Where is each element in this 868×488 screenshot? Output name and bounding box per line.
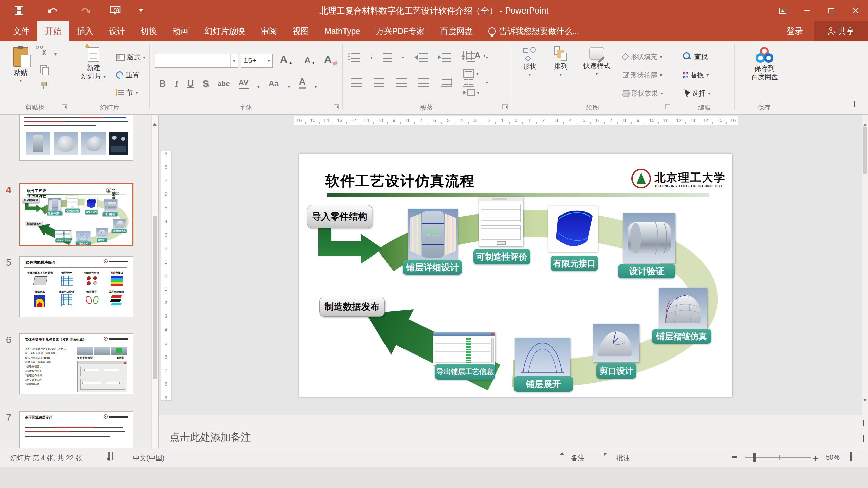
- tab-mathtype[interactable]: MathType: [317, 21, 368, 41]
- flow-step-1[interactable]: 铺层详细设计: [403, 260, 462, 275]
- layout-button[interactable]: 版式▾: [116, 51, 145, 64]
- tab-insert[interactable]: 插入: [69, 21, 101, 41]
- design-verification-image[interactable]: [104, 199, 118, 212]
- line-spacing-dropdown[interactable]: ▾: [486, 55, 488, 59]
- replace-button[interactable]: abac替换▾: [683, 68, 709, 81]
- flow-end-box[interactable]: 制造数据发布: [25, 221, 42, 226]
- justify-button[interactable]: [418, 78, 429, 87]
- tab-home[interactable]: 开始: [37, 21, 69, 41]
- paste-button[interactable]: 粘贴 ▾: [5, 47, 36, 82]
- maximize-button[interactable]: [819, 0, 844, 21]
- next-slide-button[interactable]: [863, 435, 864, 441]
- thumbnail-slide-7-partial[interactable]: 基于区域铺层设计: [19, 411, 133, 448]
- vertical-ruler[interactable]: 9876543210123456789: [161, 151, 172, 401]
- flow-step-1[interactable]: 铺层详细设计: [47, 211, 62, 215]
- wrinkle-simulation-image[interactable]: [113, 219, 126, 229]
- close-button[interactable]: [844, 0, 868, 21]
- flow-step-4[interactable]: 设计验证: [618, 264, 675, 278]
- horizontal-ruler[interactable]: 1615141312111098765432101234567891011121…: [294, 116, 738, 125]
- align-text-button[interactable]: ▾: [463, 67, 479, 80]
- columns-dropdown[interactable]: ▾: [486, 80, 488, 84]
- font-size-combo[interactable]: 15+▾: [241, 54, 273, 68]
- scrollbar-thumb[interactable]: [153, 216, 157, 379]
- zoom-level[interactable]: 50%: [826, 453, 840, 461]
- tab-file[interactable]: 文件: [5, 21, 37, 41]
- flow-step-5[interactable]: 铺层褶皱仿真: [112, 229, 127, 233]
- tab-view[interactable]: 视图: [285, 21, 317, 41]
- arrange-button[interactable]: 排列 ▾: [547, 46, 575, 76]
- font-dialog-launcher[interactable]: [334, 104, 339, 109]
- font-color-button[interactable]: A: [299, 77, 305, 89]
- flow-end-box[interactable]: 制造数据发布: [319, 297, 385, 317]
- previous-slide-button[interactable]: [863, 420, 864, 426]
- quick-styles-button[interactable]: 快速样式 ▾: [577, 47, 616, 76]
- flow-step-3[interactable]: 有限元接口: [85, 210, 98, 214]
- tell-me-box[interactable]: 告诉我您想要做什么...: [480, 21, 587, 41]
- flow-step-2[interactable]: 可制造性评价: [65, 209, 80, 213]
- drawing-dialog-launcher[interactable]: [665, 104, 670, 109]
- bullets-button[interactable]: [351, 53, 360, 62]
- wrinkle-simulation-image[interactable]: [659, 288, 707, 329]
- ribbon-display-options-button[interactable]: [770, 0, 795, 21]
- minimize-button[interactable]: [795, 0, 819, 21]
- increase-indent-button[interactable]: [438, 53, 451, 62]
- flow-step-8[interactable]: 导出铺层工艺信息: [55, 238, 71, 242]
- scroll-up-arrow[interactable]: [863, 118, 867, 124]
- spellcheck-button[interactable]: [108, 452, 110, 460]
- tab-pdf-expert[interactable]: 万兴PDF专家: [368, 21, 432, 41]
- clear-formatting-button[interactable]: A: [324, 54, 337, 65]
- thumbnail-slide-4[interactable]: 软件工艺设计仿真流程 北京理工大学 BEIJING INSTITUTE OF T…: [19, 183, 133, 246]
- shape-effects-button[interactable]: 形状效果▾: [623, 87, 663, 100]
- ply-design-image[interactable]: [408, 209, 458, 260]
- paragraph-dialog-launcher[interactable]: [502, 104, 508, 109]
- thumbnail-slide-6[interactable]: 实体创建基本几何要素（模具型面生成） 基本几何要素包括：贴模面、边界几 何、坐标…: [19, 333, 133, 394]
- scrollbar-thumb[interactable]: [863, 127, 867, 174]
- share-button[interactable]: + 共享: [814, 21, 868, 41]
- start-slideshow-button[interactable]: [106, 0, 125, 21]
- notes-placeholder[interactable]: 点击此处添加备注: [170, 430, 251, 444]
- align-left-button[interactable]: [351, 78, 362, 87]
- language-indicator[interactable]: 中文(中国): [133, 453, 164, 463]
- align-center-button[interactable]: [374, 78, 384, 87]
- cut-design-image[interactable]: [593, 324, 639, 362]
- slide-canvas[interactable]: 软件工艺设计仿真流程 北京理工大学 BEIJING INSTITUTE OF T…: [299, 154, 732, 397]
- sign-in-button[interactable]: 登录: [787, 21, 803, 41]
- scroll-down-arrow[interactable]: [863, 401, 867, 407]
- thumbnail-slide-3-partial[interactable]: [19, 115, 133, 161]
- underline-button[interactable]: U: [187, 79, 194, 89]
- undo-button[interactable]: [43, 0, 62, 21]
- tab-baidu-pan[interactable]: 百度网盘: [432, 21, 480, 41]
- editor-scrollbar[interactable]: [862, 115, 868, 448]
- paste-dropdown[interactable]: ▾: [19, 78, 22, 82]
- numbering-dropdown[interactable]: ▾: [402, 55, 404, 59]
- font-name-combo[interactable]: ▾: [155, 54, 238, 68]
- zoom-in-button[interactable]: +: [813, 453, 818, 464]
- ply-design-image[interactable]: [48, 198, 61, 211]
- shape-outline-button[interactable]: 形状轮廓▾: [623, 68, 662, 81]
- reset-button[interactable]: 重置: [116, 68, 139, 81]
- flow-step-2[interactable]: 可制造性评价: [473, 249, 530, 264]
- shrink-font-button[interactable]: A▼: [304, 56, 315, 65]
- font-name-dropdown[interactable]: ▾: [233, 59, 235, 63]
- collapse-ribbon-button[interactable]: [854, 101, 855, 107]
- numbering-button[interactable]: [383, 53, 392, 62]
- save-to-baidu-button[interactable]: 保存到百度网盘: [743, 47, 787, 81]
- panel-divider[interactable]: [158, 115, 159, 448]
- tab-design[interactable]: 设计: [101, 21, 133, 41]
- change-case-button[interactable]: Aa: [269, 79, 279, 89]
- strikethrough-button[interactable]: abc: [218, 79, 230, 89]
- shape-fill-button[interactable]: 形状填充▾: [623, 50, 662, 63]
- flow-step-8[interactable]: 导出铺层工艺信息: [435, 364, 495, 380]
- comments-toggle-label[interactable]: 批注: [616, 453, 630, 463]
- notes-pane[interactable]: 点击此处添加备注: [159, 415, 862, 448]
- character-spacing-button[interactable]: AV: [239, 78, 249, 89]
- flow-step-7[interactable]: 铺层展开: [514, 376, 573, 392]
- ply-flatten-image[interactable]: [515, 338, 570, 379]
- tab-animations[interactable]: 动画: [165, 21, 197, 41]
- quick-access-customize-button[interactable]: [135, 0, 147, 21]
- select-button[interactable]: 选择▾: [683, 87, 710, 100]
- manufacturability-table-image[interactable]: [67, 195, 78, 208]
- flow-step-6[interactable]: 剪口设计: [97, 238, 107, 242]
- thumbnail-slide-5[interactable]: 软件功能模块简介 实体创建基本几何要素 铺层设计 可制造性评价 有限元接口 褶皱…: [19, 256, 133, 317]
- text-direction-button[interactable]: A▾: [463, 49, 486, 62]
